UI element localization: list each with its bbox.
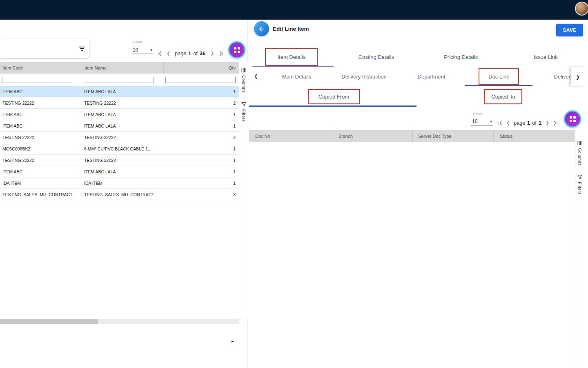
table-row[interactable]: MCSC006BKZ 6 MM² CU/PVC BLACK CABLE 1...…	[0, 143, 239, 155]
column-header-status[interactable]: Status	[493, 130, 575, 142]
first-page-icon[interactable]: |❮	[158, 51, 162, 56]
cell-qty: 1	[163, 169, 239, 174]
columns-icon	[577, 141, 582, 146]
filters-funnel-icon	[577, 175, 582, 180]
tab-label: Delivery Instruction	[341, 74, 387, 80]
right-side-strip: Columns Filters	[575, 130, 584, 368]
user-avatar[interactable]	[575, 2, 588, 16]
table-row[interactable]: ITEM ABC ITEM ABC LALA 1	[0, 120, 239, 132]
grid-menu-button[interactable]	[564, 110, 581, 128]
tab-item-details[interactable]: Item Details	[249, 47, 334, 67]
column-header-server-doc-type[interactable]: Server Doc Type	[412, 130, 493, 142]
column-header-doc-no[interactable]: Doc No	[249, 130, 333, 142]
table-row[interactable]: TESTING 22222 TESTING 22222 1	[0, 155, 239, 166]
cell-qty: 2	[163, 101, 239, 105]
column-header-item-code[interactable]: Item Code	[0, 62, 82, 74]
tabs-scroll-right-icon[interactable]: ❯	[571, 67, 585, 86]
cell-item-code: TESTING 22222	[0, 158, 82, 163]
line-items-list-panel: 2 Rows 10 ▾ |❮ ❮ page 1 of 36 ❯ ❯| Item …	[0, 20, 248, 368]
annotation-box-doc-link: Doc Link	[479, 68, 519, 85]
search-box	[0, 39, 89, 58]
page-total: 36	[200, 50, 205, 56]
table-row[interactable]: ITEM ABC ITEM ABC LALA 1	[0, 86, 239, 97]
tab-copied-to[interactable]: Copied To	[419, 86, 588, 107]
annotation-box-item-details: Item Details	[265, 48, 318, 66]
of-word: of	[532, 120, 536, 126]
columns-label: Columns	[577, 148, 582, 166]
prev-page-icon[interactable]: ❮	[506, 120, 510, 126]
filters-panel-toggle[interactable]: Filters	[241, 102, 246, 122]
cell-item-name: TESTING 22222	[82, 135, 163, 140]
cell-qty: 2	[163, 135, 239, 140]
filters-label: Filters	[241, 109, 246, 122]
rows-per-page-value: 10	[133, 47, 138, 53]
tab-pricing-details[interactable]: Pricing Details	[419, 47, 503, 67]
tabs-scroll-left-icon[interactable]: ❮	[254, 73, 258, 79]
tab-label: Pricing Details	[444, 54, 478, 60]
table-row[interactable]: ITEM ABC ITEM ABC LALA 1	[0, 109, 239, 120]
cell-item-code: TESTING 22222	[0, 101, 82, 105]
page-current: 1	[188, 50, 191, 56]
filter-qty-input[interactable]	[165, 77, 236, 83]
first-page-icon[interactable]: |❮	[498, 120, 502, 126]
cell-item-name: TESTING 22222	[82, 158, 163, 163]
table-row[interactable]: TESTING_SALES_MH_CONTRACT TESTING_SALES_…	[0, 189, 239, 200]
horizontal-scrollbar[interactable]	[0, 319, 239, 324]
column-header-branch[interactable]: Branch	[333, 130, 412, 142]
next-page-icon[interactable]: ❯	[546, 120, 549, 126]
columns-panel-toggle[interactable]: Columns	[241, 68, 246, 93]
page-indicator: page 1 of 36	[175, 50, 205, 56]
tab-doc-link[interactable]: Doc Link	[465, 67, 532, 86]
next-page-icon[interactable]: ❯	[210, 51, 214, 56]
scroll-right-icon[interactable]: ▸	[232, 339, 234, 344]
right-pagination: |❮ ❮ page 1 of 1 ❯ ❯|	[498, 117, 557, 128]
edit-line-item-panel: Edit Line Item SAVE Item Details Costing…	[249, 20, 588, 368]
filter-item-name-input[interactable]	[84, 77, 154, 83]
tab-department[interactable]: Department	[398, 67, 465, 86]
tab-label: Issue Link	[534, 54, 558, 60]
cell-item-name: IDA ITEM	[82, 181, 163, 186]
sub-tab-strip: Main Details Delivery Instruction Depart…	[263, 67, 588, 86]
main-tab-bar: Item Details Costing Details Pricing Det…	[249, 47, 588, 67]
tab-delivery-instruction[interactable]: Delivery Instruction	[330, 67, 398, 86]
rows-per-page-value: 10	[472, 119, 477, 124]
cell-qty: 1	[163, 123, 239, 128]
rows-per-page-label: Rows	[473, 112, 482, 116]
cell-item-name: ITEM ABC LALA	[82, 112, 163, 117]
tab-costing-details[interactable]: Costing Details	[334, 47, 419, 67]
scrollbar-thumb[interactable]	[0, 319, 98, 324]
last-page-icon[interactable]: ❯|	[218, 51, 223, 56]
tab-copied-from[interactable]: Copied From	[249, 86, 419, 107]
cell-item-name: ITEM ABC LALA	[82, 123, 163, 128]
rows-per-page-select[interactable]: 10 ▾	[471, 117, 493, 126]
filter-list-icon[interactable]	[78, 45, 86, 52]
columns-panel-toggle[interactable]: Columns	[577, 141, 582, 166]
filter-item-code-input[interactable]	[2, 77, 72, 83]
filters-panel-toggle[interactable]: Filters	[577, 175, 582, 195]
cell-item-name: 6 MM² CU/PVC BLACK CABLE 1...	[82, 146, 163, 151]
table-row[interactable]: TESTING 22222 TESTING 22222 2	[0, 97, 239, 109]
of-word: of	[193, 51, 197, 56]
cell-item-name: TESTING 22222	[82, 101, 163, 105]
filters-funnel-icon	[241, 102, 246, 107]
search-input[interactable]	[5, 44, 76, 54]
table-row[interactable]: TESTING 22222 TESTING 22222 2	[0, 132, 239, 143]
rows-per-page-select[interactable]: 10 ▾	[131, 46, 154, 54]
save-button[interactable]: SAVE	[556, 24, 583, 36]
column-header-item-name[interactable]: Item Name	[82, 62, 163, 74]
cell-item-code: ITEM ABC	[0, 112, 82, 117]
column-header-qty[interactable]: Qty	[163, 62, 239, 74]
table-row[interactable]: IDA ITEM IDA ITEM 1	[0, 177, 239, 189]
page-total: 1	[539, 120, 541, 126]
grid-icon	[570, 116, 576, 122]
table-row[interactable]: ITEM ABC ITEM ABC LALA 1	[0, 166, 239, 177]
back-button[interactable]	[254, 21, 269, 36]
grid-menu-button[interactable]	[228, 41, 245, 58]
last-page-icon[interactable]: ❯|	[553, 120, 557, 126]
tab-issue-link[interactable]: Issue Link	[503, 47, 588, 67]
left-table-filter-row	[0, 74, 239, 86]
prev-page-icon[interactable]: ❮	[167, 51, 170, 56]
cell-qty: 3	[163, 192, 239, 197]
tab-main-details[interactable]: Main Details	[263, 67, 330, 86]
doc-link-table-body	[249, 142, 575, 368]
